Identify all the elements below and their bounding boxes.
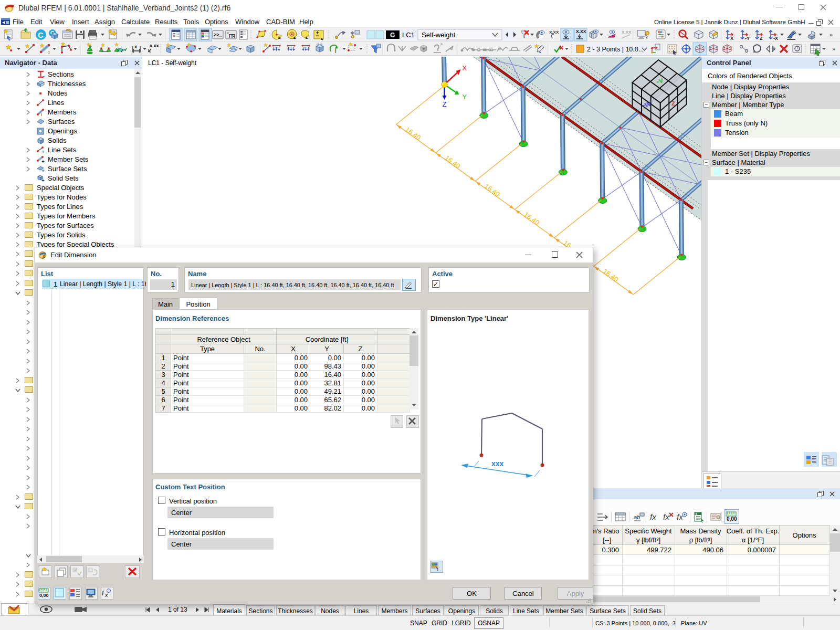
svg-text:16.40: 16.40 [444, 154, 462, 170]
svg-text:-X: -X [773, 36, 778, 41]
svg-text:»: » [830, 32, 833, 38]
svg-text:I: I [48, 50, 50, 55]
svg-text:X.XX: X.XX [549, 30, 559, 35]
svg-text:6: 6 [43, 255, 45, 258]
svg-text:X: X [730, 36, 733, 41]
svg-text:x: x [104, 592, 108, 598]
svg-text:16.40: 16.40 [522, 211, 541, 227]
svg-text:0,00: 0,00 [39, 593, 49, 598]
svg-text:fx: fx [650, 512, 656, 521]
svg-text:C: C [38, 30, 44, 39]
svg-text:2 - 3 Points | 10.0...: 2 - 3 Points | 10.0... [587, 46, 644, 53]
svg-text:ab: ab [634, 514, 640, 520]
svg-text:fx: fx [677, 512, 683, 521]
svg-text:SC: SC [229, 35, 235, 38]
svg-text:z: z [671, 98, 676, 107]
svg-text:+: + [41, 177, 45, 182]
svg-text:Self-weight: Self-weight [422, 31, 456, 39]
svg-text:>>_: >>_ [214, 32, 223, 37]
svg-text:x: x [134, 44, 137, 49]
svg-text:16.40: 16.40 [602, 267, 620, 284]
svg-text:+: + [41, 159, 45, 163]
svg-text:0,00: 0,00 [727, 516, 737, 522]
svg-text:Z: Z [443, 100, 447, 108]
svg-text:16.40: 16.40 [483, 182, 501, 198]
svg-text:fx: fx [663, 512, 669, 521]
svg-text:+: + [41, 168, 45, 173]
svg-text:-Y: -Y [745, 36, 750, 41]
svg-text:Z: Z [760, 36, 763, 41]
svg-text:X.XX: X.XX [576, 29, 586, 34]
svg-text:X: X [696, 512, 698, 516]
svg-text:16.40: 16.40 [404, 125, 422, 142]
svg-text:+: + [41, 149, 45, 154]
svg-text:x.xx: x.xx [150, 43, 159, 48]
svg-text:I: I [41, 112, 42, 116]
svg-text:>: > [227, 31, 229, 35]
svg-text:X: X [463, 64, 467, 72]
svg-text:xxx: xxx [491, 459, 504, 468]
svg-text:f: f [102, 589, 104, 597]
svg-text:Y: Y [463, 93, 467, 101]
svg-text:X.XX: X.XX [622, 30, 632, 35]
svg-text:I: I [335, 48, 337, 54]
svg-text:»: » [832, 46, 835, 52]
svg-text:G: G [390, 32, 395, 39]
svg-text:LC1: LC1 [402, 31, 415, 39]
